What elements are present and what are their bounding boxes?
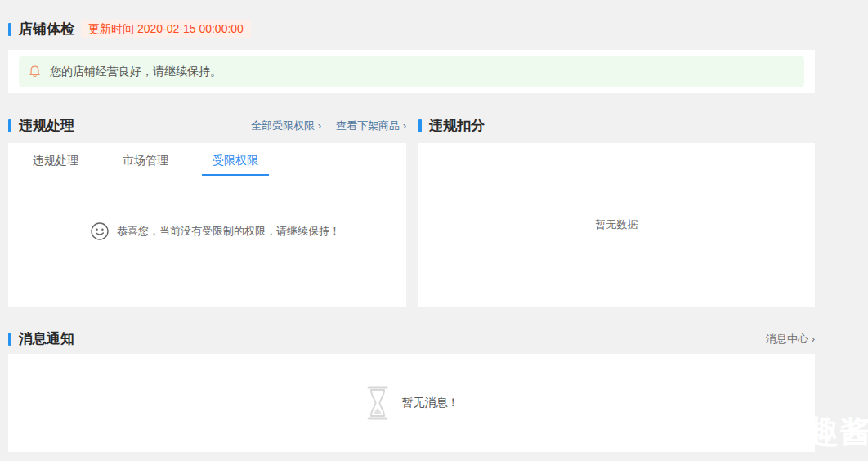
notifications-card: 暂无消息！ [8,354,815,452]
violation-handling-card: 违规处理 市场管理 受限权限 恭喜您，当前没有受限制的权限，请继续保持！ [8,143,406,307]
section-accent-bar [8,333,11,346]
section-accent-bar [418,119,422,132]
section-accent-bar [8,23,11,36]
tab-restricted-permissions[interactable]: 受限权限 [202,154,269,176]
violation-points-header: 违规扣分 [418,118,815,134]
shop-health-title: 店铺体检 [19,21,74,38]
notifications-header: 消息通知 消息中心 › [8,331,815,347]
health-status-banner: 您的店铺经营良好，请继续保持。 [19,56,804,87]
violation-points-card: 暂无数据 [418,143,815,307]
violation-handling-title-group: 违规处理 [8,118,74,134]
violation-handling-title: 违规处理 [19,118,74,134]
violation-points-title: 违规扣分 [429,118,485,134]
notifications-title: 消息通知 [19,331,74,347]
section-accent-bar [8,119,11,132]
violation-handling-header: 违规处理 全部受限权限 › 查看下架商品 › [8,118,406,134]
shop-health-card: 您的店铺经营良好，请继续保持。 [8,50,815,93]
shop-health-header: 店铺体检 更新时间 2020-02-15 00:00:00 [8,0,815,38]
violation-handling-column: 违规处理 全部受限权限 › 查看下架商品 › 违规处理 市场管理 受限权限 [8,118,406,307]
middle-columns: 违规处理 全部受限权限 › 查看下架商品 › 违规处理 市场管理 受限权限 [8,118,815,307]
link-all-restricted-permissions[interactable]: 全部受限权限 › [251,119,321,133]
link-view-delisted-products[interactable]: 查看下架商品 › [336,119,406,133]
tab-market-management[interactable]: 市场管理 [112,154,179,176]
seller-dashboard-page: 店铺体检 更新时间 2020-02-15 00:00:00 您的店铺经营良好，请… [8,0,815,452]
violation-handling-links: 全部受限权限 › 查看下架商品 › [251,119,406,133]
violation-handling-tabs: 违规处理 市场管理 受限权限 [8,143,406,176]
no-restrictions-message: 恭喜您，当前没有受限制的权限，请继续保持！ [8,222,406,241]
no-messages-text: 暂无消息！ [402,396,459,410]
no-restrictions-text: 恭喜您，当前没有受限制的权限，请继续保持！ [117,224,340,239]
bell-icon [28,65,42,78]
notifications-title-group: 消息通知 [8,331,74,347]
banner-text: 您的店铺经营良好，请继续保持。 [50,65,221,79]
violation-points-column: 违规扣分 暂无数据 [418,118,815,307]
watermark: 趣酱 [808,411,868,453]
tab-violation-handling[interactable]: 违规处理 [22,154,89,176]
no-data-text: 暂无数据 [596,217,638,232]
smiley-icon [90,222,110,241]
link-message-center[interactable]: 消息中心 › [766,332,815,347]
update-time-badge: 更新时间 2020-02-15 00:00:00 [81,20,251,38]
hourglass-icon [365,385,391,421]
